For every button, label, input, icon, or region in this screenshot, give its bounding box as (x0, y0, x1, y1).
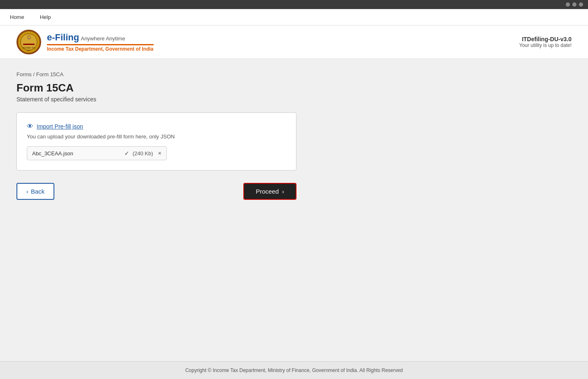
back-button[interactable]: ‹ Back (16, 183, 54, 200)
import-link-row: 👁 Import Pre-fill json (27, 123, 286, 130)
button-row: ‹ Back Proceed › (16, 183, 296, 200)
titlebar-dot-3 (579, 2, 583, 7)
svg-text:DEPT: DEPT (27, 49, 31, 51)
nav-help[interactable]: Help (38, 14, 53, 20)
main-content: Forms / Form 15CA Form 15CA Statement of… (0, 59, 588, 361)
title-bar (0, 0, 588, 9)
import-prefill-link[interactable]: Import Pre-fill json (37, 123, 83, 130)
file-size: (240 Kb) (133, 150, 153, 157)
svg-text:INCOME TAX: INCOME TAX (23, 47, 35, 49)
footer: Copyright © Income Tax Department, Minis… (0, 361, 588, 379)
utility-subtitle: Your utility is up to date! (519, 42, 572, 48)
titlebar-dot-2 (572, 2, 576, 7)
breadcrumb-current: Form 15CA (36, 71, 63, 77)
page-subtitle: Statement of specified services (16, 96, 572, 103)
breadcrumb-forms: Forms (16, 71, 32, 77)
footer-copyright: Copyright © Income Tax Department, Minis… (185, 367, 403, 373)
file-name: Abc_3CEAA.json (32, 150, 121, 157)
titlebar-dot-1 (566, 2, 570, 7)
logo-text: e-FilingAnywhere Anytime Income Tax Depa… (47, 32, 154, 51)
proceed-button[interactable]: Proceed › (244, 184, 296, 199)
eye-icon: 👁 (27, 123, 33, 130)
back-button-label: Back (31, 188, 44, 195)
back-chevron-icon: ‹ (26, 188, 28, 195)
header: 🦁 INCOME TAX DEPT e-FilingAnywhere Anyti… (0, 26, 588, 59)
svg-rect-3 (23, 44, 35, 45)
file-remove-button[interactable]: × (158, 150, 161, 157)
proceed-button-wrapper: Proceed › (243, 183, 296, 200)
page-title: Form 15CA (16, 82, 572, 94)
svg-text:🦁: 🦁 (27, 35, 32, 40)
logo-efiling-word: e-Filing (47, 32, 79, 42)
breadcrumb-separator: / (33, 71, 36, 77)
nav-home[interactable]: Home (8, 14, 26, 20)
file-upload-area: Abc_3CEAA.json ✓ (240 Kb) × (27, 146, 167, 160)
emblem-logo: 🦁 INCOME TAX DEPT (16, 30, 41, 54)
logo-efiling-title: e-FilingAnywhere Anytime (47, 32, 154, 43)
utility-info: ITDefiling-DU-v3.0 Your utility is up to… (519, 36, 572, 48)
logo-dept-subtitle: Income Tax Department, Government of Ind… (47, 44, 154, 52)
file-check-icon: ✓ (124, 150, 129, 157)
proceed-button-label: Proceed (256, 188, 279, 195)
logo-area: 🦁 INCOME TAX DEPT e-FilingAnywhere Anyti… (16, 30, 154, 54)
import-card: 👁 Import Pre-fill json You can upload yo… (16, 112, 296, 171)
logo-anywhere-text: Anywhere Anytime (81, 35, 125, 42)
utility-title: ITDefiling-DU-v3.0 (519, 36, 572, 42)
breadcrumb: Forms / Form 15CA (16, 71, 572, 77)
nav-bar: Home Help (0, 9, 588, 26)
import-hint: You can upload your downloaded pre-fill … (27, 133, 286, 140)
proceed-chevron-icon: › (282, 188, 284, 195)
